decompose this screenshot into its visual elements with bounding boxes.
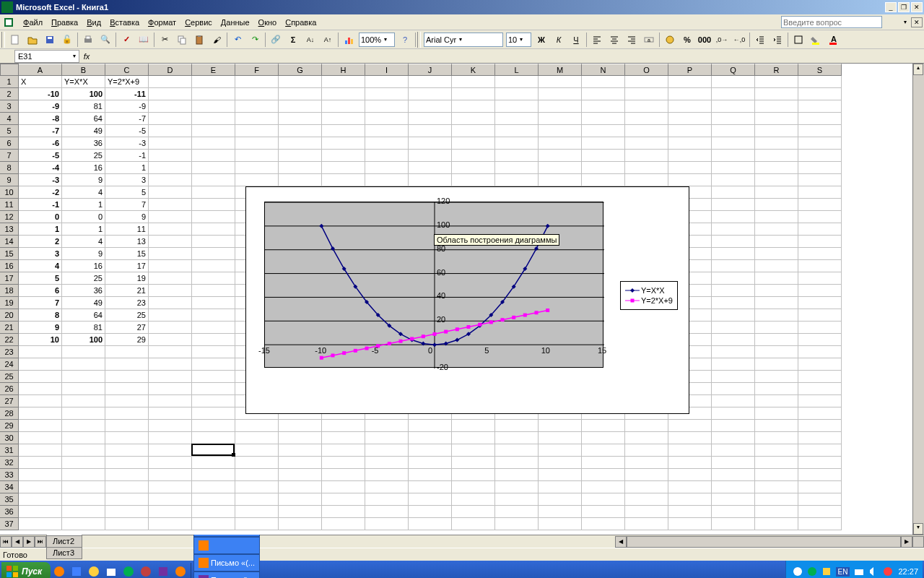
cell[interactable]: 64 — [62, 113, 105, 125]
cell[interactable] — [19, 358, 62, 371]
cell[interactable] — [712, 76, 755, 88]
row-header[interactable]: 15 — [0, 248, 19, 260]
cell[interactable] — [105, 493, 149, 506]
ask-question-input[interactable] — [781, 16, 882, 28]
column-header[interactable]: E — [192, 64, 235, 76]
cell[interactable] — [365, 113, 409, 125]
cell[interactable] — [19, 371, 62, 383]
cell[interactable]: 4 — [62, 236, 105, 248]
menu-формат[interactable]: Формат — [144, 17, 180, 28]
tray-icon[interactable] — [792, 566, 803, 577]
cell[interactable] — [279, 125, 322, 137]
cell[interactable] — [19, 493, 62, 506]
cell[interactable] — [452, 150, 495, 162]
restore-button[interactable]: ❐ — [898, 2, 910, 12]
cell[interactable]: 1 — [105, 162, 149, 174]
cell[interactable] — [409, 125, 452, 137]
cell[interactable] — [192, 383, 235, 395]
cell[interactable] — [712, 493, 755, 506]
cell[interactable] — [625, 174, 668, 186]
cell[interactable]: 9 — [105, 211, 149, 223]
cell[interactable] — [409, 432, 452, 444]
cell[interactable] — [798, 100, 842, 113]
cell[interactable] — [235, 100, 279, 113]
cell[interactable] — [149, 186, 192, 199]
help-dropdown-icon[interactable]: ▾ — [904, 19, 907, 25]
cell[interactable] — [365, 493, 409, 506]
cell[interactable] — [668, 493, 712, 506]
cell[interactable] — [625, 469, 668, 481]
column-header[interactable]: R — [755, 64, 798, 76]
cell[interactable] — [539, 162, 582, 174]
row-header[interactable]: 24 — [0, 358, 19, 371]
cell[interactable] — [409, 506, 452, 518]
cell[interactable]: 64 — [62, 309, 105, 322]
cell[interactable] — [798, 285, 842, 297]
cell[interactable] — [192, 248, 235, 260]
cell[interactable] — [19, 346, 62, 358]
tray-icon[interactable] — [821, 566, 832, 577]
cell[interactable] — [755, 444, 798, 457]
cell[interactable] — [105, 346, 149, 358]
cell[interactable] — [279, 493, 322, 506]
cell[interactable] — [755, 150, 798, 162]
cell[interactable] — [365, 420, 409, 432]
toolbar-grip-2[interactable] — [417, 32, 421, 48]
cell[interactable]: -11 — [105, 88, 149, 100]
cell[interactable] — [105, 518, 149, 530]
cell[interactable] — [798, 272, 842, 285]
cell[interactable] — [279, 150, 322, 162]
cell[interactable] — [409, 174, 452, 186]
cell[interactable] — [798, 137, 842, 150]
chart-wizard-button[interactable] — [341, 32, 357, 48]
cell[interactable] — [625, 444, 668, 457]
cell[interactable] — [755, 309, 798, 322]
cell[interactable]: 16 — [62, 162, 105, 174]
cell[interactable] — [279, 88, 322, 100]
cell[interactable] — [409, 113, 452, 125]
row-header[interactable]: 28 — [0, 407, 19, 420]
formula-input[interactable] — [94, 50, 924, 63]
cell[interactable] — [755, 162, 798, 174]
cell[interactable] — [149, 358, 192, 371]
cell[interactable] — [105, 395, 149, 407]
cell[interactable] — [625, 420, 668, 432]
row-header[interactable]: 11 — [0, 199, 19, 211]
cell[interactable] — [452, 137, 495, 150]
cell[interactable] — [712, 444, 755, 457]
align-right-button[interactable] — [624, 32, 640, 48]
cell[interactable] — [712, 248, 755, 260]
cell[interactable] — [192, 432, 235, 444]
cell[interactable]: 3 — [105, 174, 149, 186]
cell[interactable] — [149, 457, 192, 469]
cell[interactable] — [279, 444, 322, 457]
cell[interactable]: -7 — [105, 113, 149, 125]
tray-icon[interactable] — [806, 566, 818, 577]
row-header[interactable]: 8 — [0, 162, 19, 174]
cut-button[interactable]: ✂ — [157, 32, 173, 48]
cell[interactable] — [712, 260, 755, 272]
cell[interactable] — [192, 88, 235, 100]
cell[interactable] — [495, 457, 539, 469]
row-header[interactable]: 26 — [0, 383, 19, 395]
cell[interactable]: 1 — [19, 223, 62, 236]
cell[interactable] — [755, 358, 798, 371]
menu-вид[interactable]: Вид — [82, 17, 105, 28]
cell[interactable] — [712, 395, 755, 407]
column-header[interactable]: B — [62, 64, 105, 76]
cell[interactable] — [668, 481, 712, 493]
cell[interactable] — [582, 444, 625, 457]
cell[interactable] — [755, 506, 798, 518]
cell[interactable] — [712, 125, 755, 137]
quicklaunch-icon[interactable] — [103, 564, 119, 578]
cell[interactable] — [365, 457, 409, 469]
cell[interactable] — [19, 432, 62, 444]
cell[interactable]: -2 — [19, 186, 62, 199]
cell[interactable]: -4 — [19, 162, 62, 174]
cell[interactable]: 25 — [62, 272, 105, 285]
increase-indent-button[interactable] — [770, 32, 785, 48]
font-color-button[interactable]: A — [825, 32, 841, 48]
cell[interactable] — [149, 518, 192, 530]
cell[interactable] — [539, 100, 582, 113]
cell[interactable] — [322, 76, 365, 88]
